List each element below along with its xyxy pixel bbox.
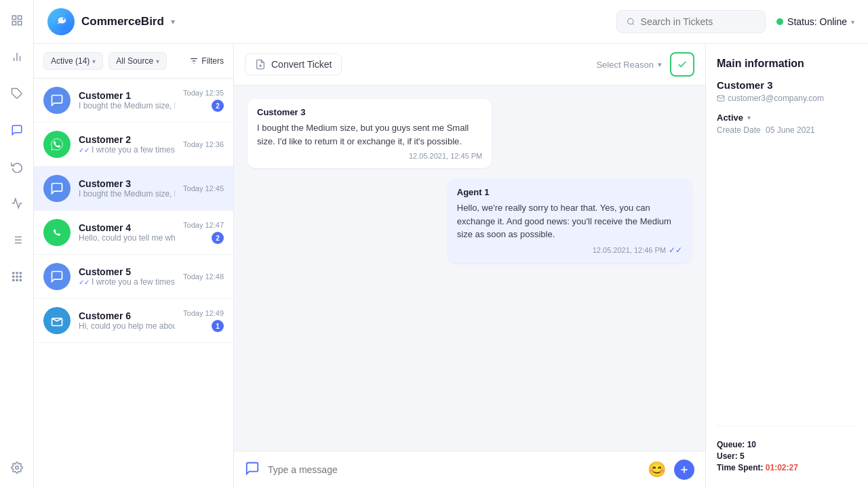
ticket-item[interactable]: Customer 6 Hi, could you help me about s… xyxy=(34,299,233,343)
avatar xyxy=(43,307,71,334)
email-text: customer3@company.com xyxy=(728,94,824,103)
convert-icon xyxy=(255,59,266,70)
app-name: CommerceBird xyxy=(81,15,164,28)
email-icon xyxy=(717,94,725,102)
source-filter-btn[interactable]: All Source ▾ xyxy=(108,52,167,70)
svg-point-18 xyxy=(16,276,17,277)
info-create-date: Create Date 05 June 2021 xyxy=(717,125,857,135)
svg-point-21 xyxy=(16,279,17,281)
convert-ticket-button[interactable]: Convert Ticket xyxy=(245,54,342,75)
ticket-badge: 1 xyxy=(212,320,224,332)
sidebar-icon-chart[interactable] xyxy=(5,45,29,69)
queue-value: 10 xyxy=(747,440,756,449)
source-filter-arrow: ▾ xyxy=(156,58,159,65)
svg-point-22 xyxy=(20,279,21,281)
ticket-badge: 2 xyxy=(212,100,224,112)
message-footer: 12.05.2021, 12:45 PM xyxy=(257,152,482,160)
header: CommerceBird ▾ Status: Online ▾ xyxy=(34,0,868,44)
status-dropdown-arrow[interactable]: ▾ xyxy=(851,18,854,26)
chat-messages: Customer 3 I bought the Medium size, but… xyxy=(234,85,705,451)
search-bar[interactable] xyxy=(616,10,766,33)
ticket-time: Today 12:45 xyxy=(183,184,224,192)
ticket-preview: ✓✓ I wrote you a few times befor... xyxy=(79,277,175,287)
avatar xyxy=(43,131,71,158)
user-value: 5 xyxy=(740,451,745,461)
ticket-meta: Today 12:45 xyxy=(183,184,224,192)
svg-point-19 xyxy=(20,276,21,277)
ticket-preview: I bought the Medium size, but you... xyxy=(79,189,175,199)
svg-point-17 xyxy=(12,276,14,277)
svg-rect-2 xyxy=(12,22,16,25)
svg-rect-3 xyxy=(18,22,21,25)
sidebar-icon-settings[interactable] xyxy=(5,455,29,480)
message-time: 12.05.2021, 12:45 PM xyxy=(409,152,482,160)
sidebar-icon-grid[interactable] xyxy=(5,8,29,33)
tick-icon: ✓✓ xyxy=(79,279,90,286)
svg-point-20 xyxy=(12,279,14,281)
ticket-list: Customer 1 I bought the Medium size, but… xyxy=(34,79,233,488)
chat-input-area: 😊 xyxy=(234,451,705,488)
status-caret[interactable]: ▾ xyxy=(747,114,751,121)
ticket-time: Today 12:47 xyxy=(183,221,224,229)
ticket-time: Today 12:35 xyxy=(183,89,224,97)
svg-point-15 xyxy=(16,272,17,274)
chat-toolbar: Convert Ticket Select Reason ▾ xyxy=(234,44,705,85)
ticket-info: Customer 5 ✓✓ I wrote you a few times be… xyxy=(79,266,175,287)
time-spent-value: 01:02:27 xyxy=(766,463,798,472)
select-reason-arrow: ▾ xyxy=(658,60,662,69)
search-input[interactable] xyxy=(641,16,756,27)
svg-point-14 xyxy=(12,272,14,274)
time-spent-label: Time Spent: xyxy=(717,463,763,472)
message-sender: Customer 3 xyxy=(257,107,482,117)
ticket-info: Customer 1 I bought the Medium size, but… xyxy=(79,90,175,110)
filters-button[interactable]: Filters xyxy=(189,56,224,66)
active-filter-btn[interactable]: Active (14) ▾ xyxy=(43,52,103,70)
ticket-name: Customer 6 xyxy=(79,310,175,321)
app-dropdown-arrow[interactable]: ▾ xyxy=(171,17,175,26)
ticket-name: Customer 1 xyxy=(79,90,175,101)
chat-input[interactable] xyxy=(268,464,639,475)
sidebar-icon-analytics[interactable] xyxy=(5,191,29,216)
svg-rect-0 xyxy=(12,16,16,19)
chat-panel: Convert Ticket Select Reason ▾ Customer … xyxy=(234,44,705,488)
info-customer-name: Customer 3 xyxy=(717,79,857,91)
avatar xyxy=(43,263,71,290)
filters-icon xyxy=(189,56,199,66)
ticket-list-panel: Active (14) ▾ All Source ▾ Filters xyxy=(34,44,234,488)
ticket-info: Customer 4 Hello, could you tell me wher… xyxy=(79,222,175,243)
message-text: Hello, we're really sorry to hear that. … xyxy=(457,201,682,241)
svg-point-27 xyxy=(628,18,633,24)
select-reason-label: Select Reason xyxy=(596,60,654,70)
select-reason-dropdown[interactable]: Select Reason ▾ xyxy=(596,60,662,70)
source-filter-label: All Source xyxy=(116,56,153,66)
create-date-label: Create Date xyxy=(717,125,761,135)
ticket-badge: 2 xyxy=(212,232,224,244)
sidebar-icon-chat[interactable] xyxy=(5,118,29,142)
sidebar-icon-apps[interactable] xyxy=(5,264,29,289)
info-panel: Main information Customer 3 customer3@co… xyxy=(705,44,868,488)
sidebar-icon-refresh[interactable] xyxy=(5,155,29,179)
ticket-item[interactable]: Customer 5 ✓✓ I wrote you a few times be… xyxy=(34,255,233,299)
emoji-button[interactable]: 😊 xyxy=(648,461,666,479)
ticket-item[interactable]: Customer 4 Hello, could you tell me wher… xyxy=(34,211,233,255)
ticket-item[interactable]: Customer 3 I bought the Medium size, but… xyxy=(34,167,233,211)
ticket-item[interactable]: Customer 2 ✓✓ I wrote you a few times be… xyxy=(34,123,233,167)
confirm-button[interactable] xyxy=(670,52,694,77)
message-bubble-agent: Agent 1 Hello, we're really sorry to hea… xyxy=(448,179,692,263)
message-bubble-customer: Customer 3 I bought the Medium size, but… xyxy=(248,99,492,168)
tick-icon: ✓✓ xyxy=(79,146,90,154)
add-attachment-button[interactable] xyxy=(674,460,694,480)
sidebar-icon-tag[interactable] xyxy=(5,81,29,106)
ticket-name: Customer 4 xyxy=(79,222,175,233)
ticket-info: Customer 2 ✓✓ I wrote you a few times be… xyxy=(79,134,175,155)
status-text: Status: Online xyxy=(787,16,847,27)
svg-point-26 xyxy=(63,18,65,20)
ticket-name: Customer 2 xyxy=(79,134,175,145)
avatar xyxy=(43,87,71,114)
info-customer-email: customer3@company.com xyxy=(717,94,857,103)
sidebar-icon-list[interactable] xyxy=(5,228,29,252)
avatar xyxy=(43,175,71,202)
status-dot xyxy=(776,18,783,25)
ticket-item[interactable]: Customer 1 I bought the Medium size, but… xyxy=(34,79,233,123)
search-icon xyxy=(627,17,635,26)
